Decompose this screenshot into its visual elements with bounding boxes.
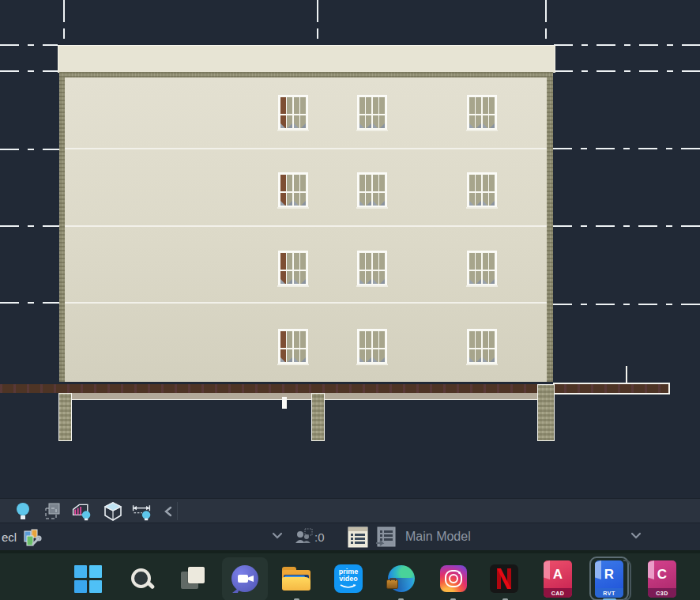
worksets-button[interactable]: [22, 528, 43, 550]
autocad-button[interactable]: A CAD: [544, 560, 572, 598]
window[interactable]: [278, 95, 308, 130]
window[interactable]: [467, 172, 497, 208]
grid-line-vertical[interactable]: [317, 0, 318, 22]
building-cornice-band[interactable]: [59, 72, 553, 77]
grid-line-vertical-dash[interactable]: [545, 28, 547, 39]
windows-logo-icon: [74, 565, 102, 593]
folder-icon: [282, 567, 310, 591]
collapse-bar-button[interactable]: [158, 501, 179, 522]
house-wireframe-icon: [71, 501, 92, 522]
netflix-button[interactable]: [490, 564, 518, 593]
sheets-icon: [43, 501, 63, 522]
level-line-left[interactable]: [0, 302, 59, 304]
building-pilaster-left[interactable]: [59, 77, 65, 382]
dimension-icon: [131, 501, 152, 522]
ground-slab-border-right: [668, 383, 670, 394]
prime-video-icon: prime video: [334, 564, 363, 593]
design-options-button[interactable]: [375, 526, 396, 551]
reference-tick: [626, 366, 627, 383]
ground-slab[interactable]: [0, 384, 670, 393]
users-count: :0: [314, 530, 325, 544]
overlapping-windows-icon: [181, 567, 205, 591]
edge-button[interactable]: [387, 564, 416, 593]
active-users-indicator[interactable]: [294, 527, 314, 551]
teams-chat-button[interactable]: [231, 564, 259, 593]
worksets-icon: [22, 528, 43, 547]
window[interactable]: [357, 95, 387, 130]
level-line-right[interactable]: [554, 44, 700, 46]
window[interactable]: [467, 329, 497, 364]
drawing-canvas[interactable]: [0, 0, 700, 498]
foundation-post-marker: [282, 397, 287, 409]
grid-line-vertical-dash[interactable]: [317, 28, 318, 39]
grid-line-vertical[interactable]: [545, 0, 547, 22]
grid-line-vertical-dash[interactable]: [63, 28, 65, 39]
instagram-button[interactable]: [439, 564, 468, 593]
edge-browser-icon: [388, 565, 415, 592]
civil3d-button[interactable]: C C3D: [648, 560, 676, 598]
chevron-down-icon: [630, 532, 642, 540]
civil3d-sub: C3D: [648, 588, 676, 598]
file-explorer-button[interactable]: [282, 564, 310, 593]
level-line-right[interactable]: [553, 148, 700, 149]
instagram-icon: [440, 565, 467, 592]
status-text: ecl: [2, 530, 17, 544]
prime-video-button[interactable]: prime video: [334, 564, 363, 593]
window[interactable]: [467, 95, 497, 130]
chevron-down-icon: [272, 532, 283, 540]
reveal-constraints-button[interactable]: [131, 501, 152, 522]
level-line-left[interactable]: [0, 70, 58, 72]
autocad-icon: A CAD: [544, 560, 572, 598]
window[interactable]: [357, 329, 387, 364]
screen: ecl :0: [0, 0, 700, 600]
foundation-column[interactable]: [311, 393, 325, 441]
active-design-option-value[interactable]: Main Model: [405, 530, 471, 544]
autocad-sub: CAD: [544, 588, 572, 598]
level-line-left[interactable]: [0, 225, 59, 227]
list-icon: [348, 526, 368, 548]
level-line-right[interactable]: [554, 70, 700, 72]
reveal-hidden-model-button[interactable]: [71, 501, 92, 522]
toolbar-divider: [177, 502, 178, 520]
ground-slab-border-bottom: [553, 393, 670, 394]
revit-sub: RVT: [595, 588, 623, 598]
grid-line-vertical[interactable]: [63, 0, 65, 22]
window[interactable]: [278, 251, 308, 286]
window[interactable]: [467, 251, 497, 286]
foundation-band[interactable]: [59, 393, 538, 400]
window[interactable]: [278, 329, 308, 364]
users-icon: [294, 527, 314, 548]
floor-line: [65, 225, 547, 227]
windows-taskbar: prime video: [0, 550, 700, 600]
level-line-left[interactable]: [0, 149, 59, 150]
start-button[interactable]: [73, 564, 102, 593]
foundation-column[interactable]: [537, 384, 555, 441]
status-bar: ecl :0: [0, 523, 700, 550]
analytical-model-button[interactable]: [103, 501, 123, 522]
level-line-left[interactable]: [0, 44, 58, 46]
level-line-right[interactable]: [553, 304, 700, 305]
search-icon: [131, 568, 152, 589]
list-arrow-icon: [375, 526, 396, 548]
lightbulb-icon: [13, 501, 32, 522]
floor-line: [65, 148, 547, 149]
building-parapet[interactable]: [58, 45, 555, 73]
worksets-list-button[interactable]: [348, 526, 368, 551]
foundation-column[interactable]: [58, 393, 72, 441]
teams-chat-icon: [231, 565, 258, 592]
cube-icon: [103, 501, 123, 522]
reveal-hidden-elements-button[interactable]: [13, 501, 33, 522]
netflix-n: [497, 568, 511, 589]
search-button[interactable]: [127, 564, 156, 593]
netflix-icon: [490, 564, 518, 593]
task-view-button[interactable]: [179, 564, 207, 593]
temporary-view-properties-button[interactable]: [43, 501, 63, 522]
revit-button[interactable]: R RVT: [595, 560, 623, 598]
building-pilaster-right[interactable]: [547, 77, 553, 382]
video-label: video: [339, 575, 358, 583]
level-line-right[interactable]: [553, 225, 700, 227]
window[interactable]: [357, 251, 387, 286]
window[interactable]: [357, 172, 387, 208]
window[interactable]: [278, 172, 308, 208]
revit-icon: R RVT: [595, 560, 623, 598]
